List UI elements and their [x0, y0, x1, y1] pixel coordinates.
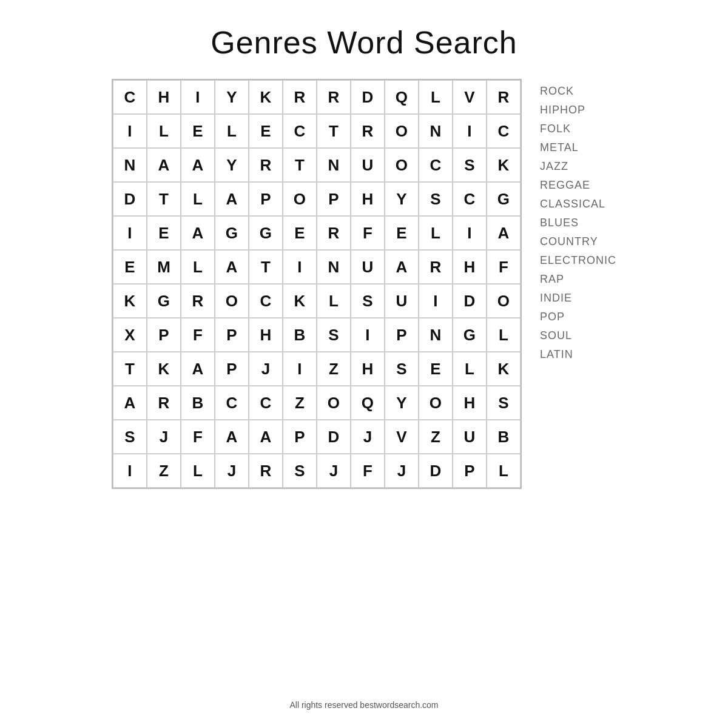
grid-cell: Z — [317, 352, 351, 386]
word-item: COUNTRY — [540, 235, 616, 248]
grid-cell: Q — [351, 386, 385, 420]
grid-cell: G — [249, 216, 283, 250]
word-item: SOUL — [540, 329, 616, 342]
word-item: METAL — [540, 141, 616, 154]
grid-cell: O — [283, 182, 317, 216]
word-item: REGGAE — [540, 179, 616, 192]
grid-cell: F — [351, 216, 385, 250]
grid-cell: D — [453, 284, 487, 318]
word-search-grid: CHIYKRRDQLVRILELECTRONICNAAYRTNUOCSKDTLA… — [112, 79, 522, 489]
grid-cell: I — [419, 284, 453, 318]
word-item: ELECTRONIC — [540, 254, 616, 267]
grid-cell: V — [385, 420, 419, 454]
grid-cell: I — [113, 114, 147, 148]
grid-cell: H — [351, 352, 385, 386]
grid-cell: T — [249, 250, 283, 284]
word-item: POP — [540, 311, 616, 323]
grid-cell: J — [351, 420, 385, 454]
grid-cell: L — [419, 80, 453, 114]
grid-cell: A — [113, 386, 147, 420]
grid-cell: A — [181, 148, 215, 182]
grid-cell: E — [181, 114, 215, 148]
grid-cell: P — [215, 352, 249, 386]
grid-cell: P — [215, 318, 249, 352]
grid-cell: F — [181, 318, 215, 352]
grid-cell: A — [487, 216, 521, 250]
grid-cell: Y — [215, 148, 249, 182]
grid-cell: D — [351, 80, 385, 114]
grid-cell: C — [453, 182, 487, 216]
grid-cell: K — [487, 148, 521, 182]
grid-cell: C — [487, 114, 521, 148]
grid-cell: E — [147, 216, 181, 250]
grid-cell: M — [147, 250, 181, 284]
main-area: CHIYKRRDQLVRILELECTRONICNAAYRTNUOCSKDTLA… — [112, 79, 616, 489]
grid-cell: L — [181, 182, 215, 216]
grid-cell: F — [487, 250, 521, 284]
grid-cell: G — [487, 182, 521, 216]
grid-cell: J — [147, 420, 181, 454]
grid-cell: L — [181, 454, 215, 488]
grid-cell: X — [113, 318, 147, 352]
grid-cell: E — [283, 216, 317, 250]
grid-cell: K — [487, 352, 521, 386]
grid-cell: I — [453, 114, 487, 148]
grid-cell: A — [147, 148, 181, 182]
word-item: RAP — [540, 273, 616, 286]
grid-cell: S — [317, 318, 351, 352]
grid-cell: Q — [385, 80, 419, 114]
grid-cell: C — [419, 148, 453, 182]
footer-text: All rights reserved bestwordsearch.com — [289, 700, 438, 710]
grid-cell: O — [317, 386, 351, 420]
word-item: ROCK — [540, 85, 616, 98]
grid-cell: T — [147, 182, 181, 216]
grid-cell: J — [385, 454, 419, 488]
grid-cell: S — [351, 284, 385, 318]
grid-cell: E — [113, 250, 147, 284]
grid-cell: S — [385, 352, 419, 386]
grid-cell: V — [453, 80, 487, 114]
grid-cell: P — [317, 182, 351, 216]
grid-cell: T — [317, 114, 351, 148]
grid-cell: I — [181, 80, 215, 114]
grid-cell: L — [215, 114, 249, 148]
grid-cell: C — [215, 386, 249, 420]
grid-cell: T — [113, 352, 147, 386]
grid-cell: R — [147, 386, 181, 420]
grid-cell: G — [215, 216, 249, 250]
grid-cell: C — [249, 284, 283, 318]
grid-cell: S — [113, 420, 147, 454]
grid-cell: S — [419, 182, 453, 216]
grid-cell: R — [283, 80, 317, 114]
grid-cell: Y — [385, 182, 419, 216]
grid-cell: H — [249, 318, 283, 352]
grid-cell: A — [249, 420, 283, 454]
grid-cell: R — [249, 454, 283, 488]
grid-cell: B — [181, 386, 215, 420]
grid-cell: N — [317, 148, 351, 182]
grid-cell: R — [249, 148, 283, 182]
grid-cell: K — [283, 284, 317, 318]
grid-cell: L — [487, 318, 521, 352]
grid-cell: H — [147, 80, 181, 114]
grid-cell: U — [351, 250, 385, 284]
grid-cell: I — [113, 454, 147, 488]
grid-cell: K — [249, 80, 283, 114]
grid-cell: N — [113, 148, 147, 182]
grid-cell: P — [385, 318, 419, 352]
grid-cell: P — [249, 182, 283, 216]
word-item: INDIE — [540, 292, 616, 305]
grid-cell: U — [351, 148, 385, 182]
grid-cell: S — [283, 454, 317, 488]
grid-cell: L — [317, 284, 351, 318]
grid-cell: B — [487, 420, 521, 454]
grid-cell: P — [453, 454, 487, 488]
grid-cell: P — [283, 420, 317, 454]
grid-cell: L — [419, 216, 453, 250]
page-title: Genres Word Search — [211, 24, 517, 61]
grid-cell: T — [283, 148, 317, 182]
grid-cell: C — [283, 114, 317, 148]
grid-cell: R — [419, 250, 453, 284]
grid-cell: N — [317, 250, 351, 284]
grid-cell: A — [215, 250, 249, 284]
